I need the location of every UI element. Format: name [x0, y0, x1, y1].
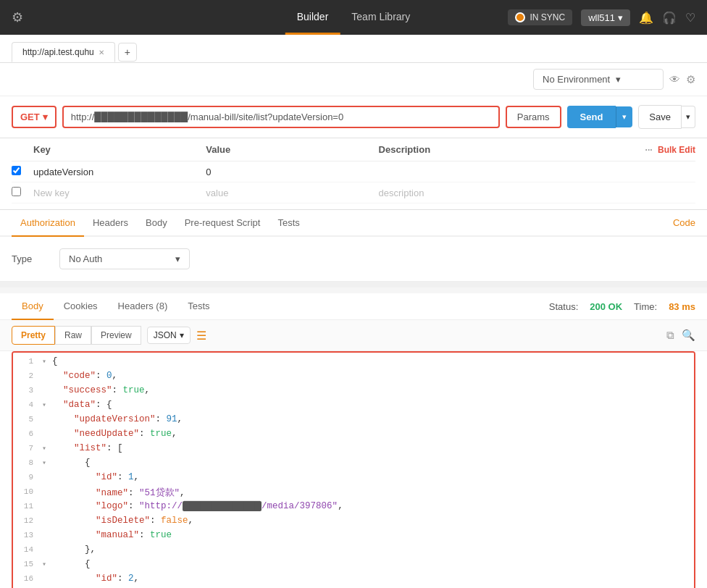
- tab-tests[interactable]: Tests: [269, 210, 308, 237]
- headset-icon[interactable]: 🎧: [662, 11, 677, 25]
- param-desc-new[interactable]: [379, 188, 637, 198]
- tab-close-icon[interactable]: ✕: [99, 49, 104, 56]
- save-button[interactable]: Save: [638, 105, 682, 129]
- save-group: Save ▾: [638, 105, 695, 129]
- env-bar: No Environment ▾ 👁 ⚙: [0, 63, 707, 96]
- params-button[interactable]: Params: [506, 106, 561, 128]
- json-line-content: "success": true,: [52, 385, 694, 395]
- fold-icon: [42, 574, 51, 574]
- auth-type-select[interactable]: No Auth ▾: [59, 248, 190, 269]
- bulk-edit-link[interactable]: Bulk Edit: [658, 145, 695, 155]
- fold-icon: [42, 414, 51, 415]
- tab-authorization[interactable]: Authorization: [12, 210, 84, 237]
- fold-icon: [42, 429, 51, 429]
- more-icon[interactable]: ···: [645, 145, 653, 155]
- request-tab-active[interactable]: http://api.test.quhu ✕: [12, 42, 115, 62]
- line-number: 3: [13, 385, 42, 395]
- search-icon[interactable]: 🔍: [682, 329, 695, 342]
- params-header: Key Value Description ··· Bulk Edit: [12, 138, 695, 161]
- fold-icon[interactable]: ▾: [42, 443, 51, 453]
- send-dropdown[interactable]: ▾: [616, 106, 632, 127]
- fold-icon: [42, 545, 51, 545]
- fold-icon: [42, 472, 51, 473]
- param-checkbox-1[interactable]: [12, 166, 21, 175]
- fold-icon[interactable]: ▾: [42, 400, 51, 409]
- eye-icon[interactable]: 👁: [669, 73, 680, 85]
- json-line: 11 "logo": "http://██████████████/media/…: [13, 500, 694, 515]
- copy-icon[interactable]: ⧉: [666, 329, 674, 342]
- value-header: Value: [206, 144, 378, 155]
- settings-icon[interactable]: ⚙: [12, 9, 23, 25]
- json-line-content: "needUpdate": true,: [52, 429, 694, 439]
- filter-icon[interactable]: ☰: [196, 329, 206, 343]
- request-tab-bar: http://api.test.quhu ✕ +: [0, 35, 707, 63]
- response-tab-tests[interactable]: Tests: [177, 293, 219, 320]
- line-number: 6: [13, 429, 42, 438]
- tab-headers[interactable]: Headers: [84, 210, 137, 237]
- heart-icon[interactable]: ♡: [685, 11, 695, 25]
- nav-team-library[interactable]: Team Library: [340, 1, 422, 35]
- fold-icon[interactable]: ▾: [42, 559, 51, 568]
- param-desc-1[interactable]: [379, 167, 637, 177]
- response-tabs-row: Body Cookies Headers (8) Tests Status: 2…: [0, 293, 707, 320]
- add-tab-button[interactable]: +: [118, 43, 137, 62]
- json-line-content: },: [52, 545, 694, 555]
- line-number: 5: [13, 414, 42, 424]
- json-line-content: "name": "51贷款",: [52, 487, 694, 499]
- fold-icon[interactable]: ▾: [42, 356, 51, 366]
- json-line-content: {: [52, 559, 694, 569]
- param-key-new[interactable]: [33, 188, 206, 198]
- fold-icon: [42, 530, 51, 531]
- response-tab-headers[interactable]: Headers (8): [108, 293, 178, 320]
- json-line: 16 "id": 2,: [13, 573, 694, 587]
- method-button[interactable]: GET ▾: [12, 106, 57, 128]
- toolbar-right: ⧉ 🔍: [666, 329, 695, 342]
- json-line-content: {: [52, 458, 694, 468]
- json-line-content: "updateVersion": 91,: [52, 414, 694, 424]
- top-navigation: ⚙ Builder Team Library IN SYNC wll511 ▾ …: [0, 0, 707, 35]
- line-number: 16: [13, 574, 42, 583]
- url-input[interactable]: [62, 106, 500, 128]
- nav-builder[interactable]: Builder: [285, 1, 340, 35]
- env-settings-icon[interactable]: ⚙: [686, 73, 695, 86]
- fold-icon: [42, 385, 51, 386]
- json-line-content: "isDelete": false,: [52, 516, 694, 526]
- json-line: 1▾{: [13, 356, 694, 370]
- send-group: Send ▾: [567, 106, 633, 128]
- json-line-content: "id": 1,: [52, 472, 694, 482]
- tab-pre-request[interactable]: Pre-request Script: [176, 210, 269, 237]
- response-status: Status: 200 OK Time: 83 ms: [549, 301, 695, 312]
- line-number: 4: [13, 400, 42, 409]
- bell-icon[interactable]: 🔔: [639, 11, 653, 25]
- response-tab-cookies[interactable]: Cookies: [54, 293, 108, 320]
- format-raw[interactable]: Raw: [55, 326, 91, 345]
- response-tab-body[interactable]: Body: [12, 293, 54, 320]
- format-tabs: Pretty Raw Preview: [12, 326, 141, 345]
- format-preview[interactable]: Preview: [91, 326, 141, 345]
- params-table: Key Value Description ··· Bulk Edit: [0, 138, 707, 210]
- format-pretty[interactable]: Pretty: [12, 326, 55, 345]
- send-button[interactable]: Send: [567, 106, 616, 128]
- param-checkbox-new[interactable]: [12, 187, 21, 196]
- time-value: 83 ms: [669, 301, 695, 312]
- json-line: 6 "needUpdate": true,: [13, 428, 694, 442]
- param-key-1[interactable]: [33, 167, 206, 177]
- user-menu[interactable]: wll511 ▾: [581, 9, 630, 26]
- line-number: 15: [13, 559, 42, 568]
- tab-body[interactable]: Body: [137, 210, 176, 237]
- auth-type-area: Type No Auth ▾: [0, 237, 707, 282]
- json-line-content: "code": 0,: [52, 371, 694, 381]
- code-link[interactable]: Code: [673, 210, 695, 235]
- fold-icon[interactable]: ▾: [42, 458, 51, 467]
- environment-select[interactable]: No Environment ▾: [533, 69, 664, 90]
- json-format-select[interactable]: JSON ▾: [147, 327, 191, 344]
- fold-icon: [42, 487, 51, 487]
- line-number: 1: [13, 356, 42, 366]
- line-number: 7: [13, 443, 42, 453]
- param-value-1[interactable]: [206, 167, 378, 177]
- request-section-tabs: Authorization Headers Body Pre-request S…: [0, 210, 707, 237]
- save-dropdown[interactable]: ▾: [682, 106, 695, 128]
- json-line: 3 "success": true,: [13, 385, 694, 399]
- param-value-new[interactable]: [206, 188, 378, 198]
- json-viewer: 1▾{2 "code": 0,3 "success": true,4▾ "dat…: [12, 351, 695, 588]
